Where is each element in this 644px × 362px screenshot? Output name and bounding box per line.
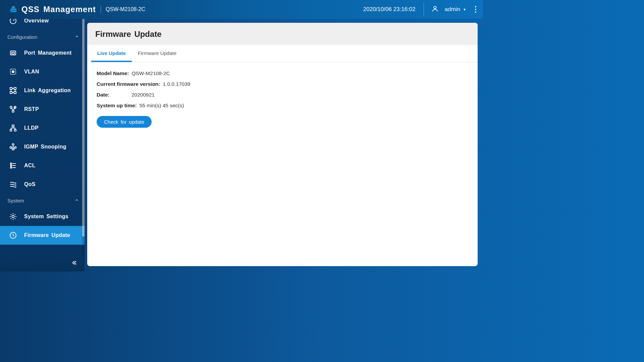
igmp-icon: [9, 142, 17, 151]
sidebar-item-firmware-update[interactable]: Firmware Update: [0, 226, 85, 245]
panel-body: Model Name: QSW-M2108-2C Current firmwar…: [87, 62, 478, 136]
svg-rect-20: [14, 129, 16, 131]
svg-rect-12: [14, 87, 16, 89]
sidebar-collapse-button[interactable]: [0, 255, 85, 272]
caret-down-icon: ▼: [463, 8, 466, 11]
chevron-up-icon: [74, 198, 79, 203]
svg-point-26: [10, 165, 12, 166]
app-title: QSS Management: [21, 5, 96, 14]
collapse-icon: [71, 260, 77, 267]
value-uptime: 55 min(s) 45 sec(s): [140, 103, 184, 109]
user-icon: [431, 5, 439, 14]
sidebar-item-label: Overview: [24, 19, 49, 24]
svg-rect-8: [12, 52, 14, 54]
rstp-icon: [9, 105, 17, 114]
qos-icon: [9, 180, 17, 189]
sidebar-item-label: Firmware Update: [24, 232, 70, 238]
svg-rect-18: [12, 125, 14, 127]
sidebar-item-system-settings[interactable]: System Settings: [0, 207, 85, 226]
svg-rect-14: [14, 92, 16, 94]
svg-rect-7: [10, 51, 16, 55]
tab-firmware-update[interactable]: Firmware Update: [132, 45, 182, 62]
port-icon: [9, 49, 17, 57]
svg-point-27: [10, 167, 12, 168]
main-area: Overview Configuration Port Management: [0, 19, 483, 272]
sidebar-item-label: System Settings: [24, 214, 68, 220]
panel-header: Firmware Update: [87, 23, 478, 45]
sidebar-item-rstp[interactable]: RSTP: [0, 100, 85, 119]
user-name: admin: [445, 6, 460, 13]
sidebar-item-overview[interactable]: Overview: [0, 19, 85, 30]
sidebar-item-port-management[interactable]: Port Management: [0, 44, 85, 62]
header-datetime: 2020/10/06 23:16:02: [363, 6, 416, 13]
header-divider: [101, 6, 101, 13]
app-header: QSS Management QSW-M2108-2C 2020/10/06 2…: [0, 0, 483, 19]
label-uptime: System up time:: [97, 103, 137, 109]
tab-live-update[interactable]: Live Update: [91, 45, 132, 62]
row-date: Date: 20200921: [97, 92, 468, 98]
sidebar: Overview Configuration Port Management: [0, 19, 85, 272]
svg-point-22: [10, 147, 12, 148]
sidebar-item-lldp[interactable]: LLDP: [0, 119, 85, 137]
svg-rect-24: [12, 148, 14, 150]
header-model: QSW-M2108-2C: [106, 6, 145, 12]
sidebar-item-igmp-snooping[interactable]: IGMP Snooping: [0, 137, 85, 156]
sidebar-item-qos[interactable]: QoS: [0, 175, 85, 194]
sidebar-section-system[interactable]: System: [0, 194, 85, 207]
value-date: 20200921: [131, 92, 155, 98]
scrollbar-thumb[interactable]: [82, 19, 85, 237]
row-uptime: System up time: 55 min(s) 45 sec(s): [97, 103, 468, 109]
sidebar-item-label: ACL: [24, 163, 36, 169]
label-current-firmware: Current firmware version:: [97, 81, 160, 87]
svg-point-5: [434, 6, 436, 9]
sidebar-item-label: Link Aggregation: [24, 87, 71, 94]
acl-icon: [9, 161, 17, 170]
tabs: Live Update Firmware Update: [87, 45, 478, 62]
page-title: Firmware Update: [95, 29, 470, 39]
check-for-update-button[interactable]: Check for update: [97, 116, 152, 128]
sidebar-scrollbar[interactable]: [82, 19, 85, 255]
row-model-name: Model Name: QSW-M2108-2C: [97, 70, 468, 76]
more-menu-icon[interactable]: [475, 6, 476, 13]
sidebar-section-label: System: [7, 198, 24, 203]
sidebar-item-link-aggregation[interactable]: Link Aggregation: [0, 81, 85, 100]
svg-rect-1: [11, 10, 12, 11]
sidebar-item-label: Port Management: [24, 50, 72, 56]
svg-rect-11: [10, 87, 12, 89]
sidebar-section-configuration[interactable]: Configuration: [0, 30, 85, 44]
header-right: 2020/10/06 23:16:02 admin ▼: [363, 3, 476, 16]
svg-rect-2: [12, 10, 13, 11]
gauge-icon: [9, 19, 17, 25]
panel: Firmware Update Live Update Firmware Upd…: [87, 23, 478, 266]
firmware-update-icon: [9, 231, 17, 240]
svg-point-21: [12, 144, 14, 145]
sidebar-item-label: QoS: [24, 181, 36, 187]
label-date: Date:: [97, 92, 129, 98]
sidebar-scroll: Overview Configuration Port Management: [0, 19, 85, 255]
row-current-firmware: Current firmware version: 1.0.0.17039: [97, 81, 468, 87]
svg-rect-3: [13, 10, 14, 11]
svg-rect-19: [10, 129, 12, 131]
sidebar-section-label: Configuration: [7, 34, 37, 40]
content-area: Firmware Update Live Update Firmware Upd…: [85, 19, 483, 272]
link-aggregation-icon: [9, 86, 17, 95]
svg-point-10: [12, 70, 14, 73]
sidebar-item-label: RSTP: [24, 106, 39, 112]
sidebar-item-label: IGMP Snooping: [24, 144, 66, 150]
sidebar-item-label: LLDP: [24, 125, 39, 131]
svg-point-23: [15, 147, 16, 148]
value-current-firmware: 1.0.0.17039: [163, 81, 191, 87]
svg-point-17: [12, 110, 14, 112]
vlan-icon: [9, 67, 17, 76]
svg-point-6: [10, 19, 16, 24]
user-menu[interactable]: admin ▼: [424, 3, 466, 16]
sidebar-item-acl[interactable]: ACL: [0, 156, 85, 175]
svg-rect-4: [15, 10, 16, 11]
app-logo-icon: [9, 5, 18, 14]
svg-rect-13: [10, 92, 12, 94]
svg-point-25: [10, 163, 12, 164]
svg-point-28: [12, 216, 14, 218]
value-model-name: QSW-M2108-2C: [131, 70, 170, 76]
label-model-name: Model Name:: [97, 70, 129, 76]
sidebar-item-vlan[interactable]: VLAN: [0, 62, 85, 81]
